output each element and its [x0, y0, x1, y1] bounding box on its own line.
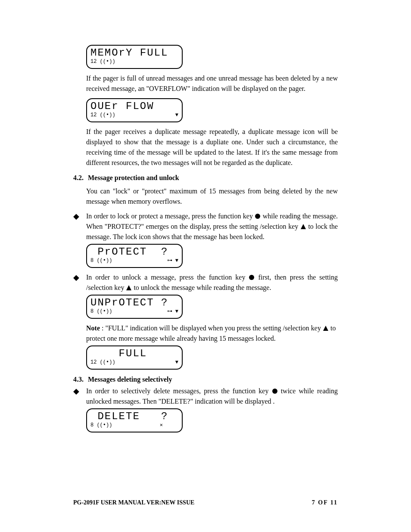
- section-number: 4.3.: [73, 376, 86, 383]
- footer-left: PG-2091F USER MANUAL VER:NEW ISSUE: [73, 499, 194, 506]
- lcd-sub-left: 12 ((•)): [90, 112, 115, 118]
- bullet-text: In order to unlock a message, press the …: [86, 272, 338, 293]
- svg-point-5: [272, 389, 277, 394]
- lcd-delete: DELETE ? 8 ((•)) ✕: [86, 408, 183, 432]
- page-footer: PG-2091F USER MANUAL VER:NEW ISSUE 7 OF …: [0, 499, 411, 506]
- note-label: Note: [86, 324, 100, 332]
- diamond-icon: ◆: [73, 272, 86, 293]
- paragraph: If the pager is full of unread messages …: [86, 73, 338, 94]
- circle-icon: [249, 274, 255, 280]
- paragraph: If the pager receives a duplicate messag…: [86, 127, 338, 168]
- bullet-item: ◆ In order to lock or protect a message,…: [73, 211, 338, 242]
- svg-point-0: [255, 214, 260, 219]
- bullet-item: ◆ In order to selectively delete message…: [73, 386, 338, 407]
- bullet-text: In order to lock or protect a message, p…: [86, 211, 338, 242]
- diamond-icon: ◆: [73, 386, 86, 407]
- section-title: Messages deleting selectively: [88, 376, 172, 383]
- bullet-item: ◆ In order to unlock a message, press th…: [73, 272, 338, 293]
- footer-page-number: 7 OF 11: [312, 499, 338, 506]
- lcd-unprotect: UNPrOTECT ? 8 ((•)) ⊶ ▼: [86, 295, 183, 319]
- lcd-protect: PrOTECT ? 8 ((•)) ⊶ ▼: [86, 244, 183, 268]
- lcd-sub-left: 8 ((•)): [90, 422, 112, 428]
- svg-point-2: [249, 275, 254, 280]
- triangle-icon: [300, 224, 306, 230]
- lcd-full: FULL 12 ((•)) ▼: [86, 345, 183, 370]
- lcd-sub-right: ▼: [175, 359, 178, 365]
- bullet-text: In order to selectively delete messages,…: [86, 386, 338, 407]
- circle-icon: [255, 213, 261, 219]
- lcd-main: PrOTECT ?: [90, 246, 178, 258]
- section-heading-4-3: 4.3. Messages deleting selectively: [73, 376, 338, 383]
- lcd-sub-right: ▼: [175, 112, 178, 118]
- svg-marker-3: [126, 285, 131, 290]
- triangle-icon: [126, 285, 132, 291]
- lcd-sub-left: 8 ((•)): [90, 308, 112, 314]
- page: MEMOrY FULL 12 ((•)) If the pager is ful…: [0, 0, 411, 532]
- lcd-memory-full: MEMOrY FULL 12 ((•)): [86, 45, 183, 69]
- section-heading-4-2: 4.2. Message protection and unlock: [73, 174, 338, 182]
- lcd-main: OUEr FLOW: [90, 101, 178, 112]
- lcd-main: FULL: [90, 348, 178, 359]
- triangle-icon: [323, 325, 329, 331]
- svg-marker-1: [301, 224, 306, 229]
- lcd-main: MEMOrY FULL: [90, 47, 178, 59]
- lcd-main: UNPrOTECT ?: [90, 297, 178, 308]
- section-title: Message protection and unlock: [88, 174, 179, 181]
- lcd-sub-left: 12 ((•)): [90, 59, 115, 65]
- lcd-sub-right: ✕: [160, 422, 178, 428]
- lcd-sub-left: 8 ((•)): [90, 258, 112, 264]
- section-intro: You can "lock" or "protect" maximum of 1…: [86, 186, 338, 207]
- svg-marker-4: [323, 326, 328, 331]
- section-number: 4.2.: [73, 174, 86, 182]
- lcd-sub-right: ⊶ ▼: [167, 308, 178, 314]
- lcd-sub-right: ⊶ ▼: [167, 258, 178, 264]
- lcd-main: DELETE ?: [90, 411, 178, 422]
- diamond-icon: ◆: [73, 211, 86, 242]
- circle-icon: [272, 388, 278, 394]
- lcd-sub-left: 12 ((•)): [90, 359, 115, 365]
- note: Note : "FULL" indication will be display…: [86, 323, 338, 344]
- lcd-overflow: OUEr FLOW 12 ((•)) ▼: [86, 98, 183, 122]
